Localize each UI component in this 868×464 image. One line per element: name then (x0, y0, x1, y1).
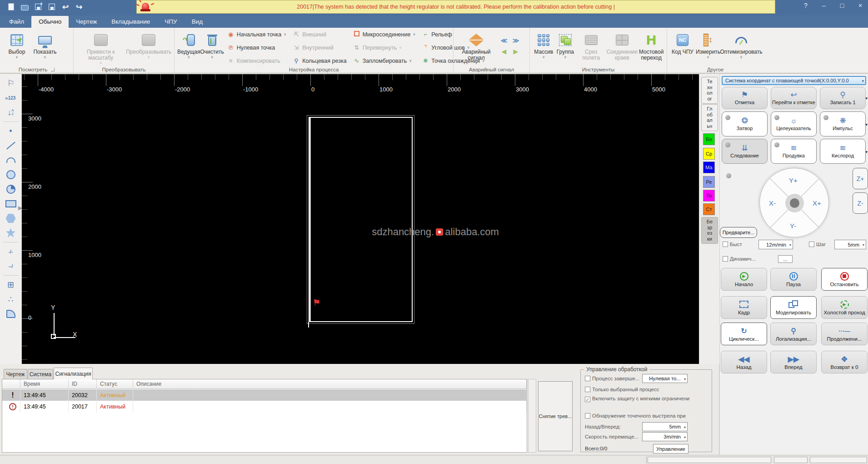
alarm-scrollbar[interactable] (528, 379, 536, 453)
tab-alarms[interactable]: Сигнализация (54, 368, 93, 379)
dry-run-button[interactable]: ▶Холостой проход (821, 296, 868, 319)
blow-button[interactable]: ≋Продувка (771, 139, 817, 164)
z-minus-button[interactable]: Z- (853, 192, 868, 214)
step-forward-button[interactable]: ▶ (514, 48, 519, 55)
line-tool-icon[interactable] (4, 139, 18, 152)
clear-button[interactable]: Очистить∨ (200, 30, 224, 59)
pulse-dropdown-icon[interactable]: ▾ (865, 122, 868, 127)
micro-joint-item[interactable]: Микросоединение∨ (353, 31, 416, 38)
extend-tool-icon[interactable]: --/ (4, 260, 18, 272)
jog-y-minus[interactable]: Y- (790, 222, 796, 230)
menu-tab-common[interactable]: Обычно (31, 16, 69, 28)
rectangle-tool-icon[interactable] (4, 197, 18, 210)
return-zero-button[interactable]: ✥Возврат к 0 (821, 351, 868, 373)
dynamic-checkbox[interactable]: Динамич... (723, 256, 756, 262)
pulse-button[interactable]: ❋Импульс (820, 111, 866, 136)
move-speed-select[interactable]: 3m/min▾ (642, 432, 688, 441)
fast-speed-select[interactable]: 12m/min▾ (758, 240, 793, 249)
help-button[interactable]: ? (802, 2, 810, 9)
region-tool-icon[interactable] (4, 308, 18, 320)
pie-tool-icon[interactable] (4, 183, 18, 196)
save-as-icon[interactable] (34, 2, 43, 11)
save-icon[interactable] (47, 2, 56, 11)
arc-tool-icon[interactable] (4, 154, 18, 166)
pause-button[interactable]: Пауза (770, 268, 817, 291)
shutter-button[interactable]: ❂Затвор (722, 111, 768, 136)
layer-color-4[interactable]: Ре (703, 176, 715, 188)
drawing-canvas[interactable]: -4000 -3000 -2000 -1000 0 1000 2000 3000… (22, 74, 699, 364)
measure-button[interactable]: ↕ Измерить∨ (695, 30, 721, 59)
forward-button[interactable]: ▶▶Вперед (770, 351, 817, 373)
ring-cut-item[interactable]: ⚲Кольцевая резка (293, 57, 347, 64)
new-file-icon[interactable] (6, 2, 15, 11)
shot-detect-checkbox[interactable]: Обнаружение точечного выстрела при (585, 413, 686, 419)
oxygen-dropdown-icon[interactable]: ▾ (865, 150, 868, 154)
alarm-row[interactable]: ! 13:49:45 20017 Активный (2, 401, 527, 412)
frame-button[interactable]: Кадр (721, 296, 767, 319)
lead-button[interactable]: ↷ Ведущая∨ (177, 30, 200, 59)
menu-tab-cnc[interactable]: ЧПУ (157, 16, 184, 28)
continue-button[interactable]: ⋯—Продолжени... (821, 323, 868, 345)
flip-item[interactable]: ⇅Перевернуть∨ (353, 44, 416, 51)
soft-limit-checkbox[interactable]: ✓Включить защиту с мягкими ограничени (585, 396, 689, 402)
tab-drawing[interactable]: Чертеж (4, 369, 27, 379)
back-button[interactable]: ◀◀Назад (721, 351, 767, 373)
fly-cut-button[interactable]: Срез полета (576, 30, 606, 61)
zero-point-item[interactable]: ℗Нулевая точка (227, 44, 286, 51)
jog-wheel[interactable]: Y+ Y- X- X+ (759, 168, 829, 237)
select-button[interactable]: ➤ Выбор∨ (3, 30, 31, 59)
simulate-button[interactable]: Моделировать (770, 296, 817, 319)
alarm-signal-button[interactable]: Аварийный сигнал∨ (456, 30, 496, 65)
skip-forward-button[interactable]: ≫ (513, 37, 519, 44)
finish-action-select[interactable]: Нулевая то...▾ (642, 374, 688, 383)
follow-button[interactable]: ⇊Следование (722, 139, 768, 164)
menu-tab-view[interactable]: Вид (185, 16, 210, 28)
column-description[interactable]: Описание (133, 379, 527, 389)
step-checkbox[interactable]: Шаг (809, 242, 826, 247)
layer-color-2[interactable]: Ср (703, 148, 715, 160)
no-cut-button[interactable]: Бе зр ез ки (701, 217, 718, 244)
technology-button[interactable]: Те хн ол ог (701, 77, 718, 104)
layer-color-6[interactable]: Ст (703, 203, 715, 215)
minimize-button[interactable]: – (820, 2, 828, 9)
goto-mark-button[interactable]: ↩Перейти к отметке (771, 87, 817, 109)
layer-color-3[interactable]: Ма (703, 161, 715, 173)
sort-az-icon[interactable]: ↓AZ (4, 106, 18, 119)
column-id[interactable]: ID (69, 379, 97, 389)
compensate-item[interactable]: ≡Компенсировать (227, 57, 286, 64)
more-button[interactable]: ... (778, 255, 793, 263)
show-button[interactable]: Показать∨ (31, 30, 59, 59)
pointer-button[interactable]: ☼Целеуказатель (771, 111, 817, 136)
menu-tab-nesting[interactable]: Вкладывание (104, 16, 157, 28)
inner-item[interactable]: ⇲Внутренний (293, 44, 347, 51)
coordinate-system-dropdown[interactable]: Система координат с плавающей точкой(X:0… (722, 76, 866, 85)
clear-alarm-button[interactable]: Снятие трев... (538, 381, 573, 451)
array-button[interactable]: Массив∨ (533, 30, 555, 59)
record-dropdown-icon[interactable]: ▾ (865, 96, 868, 101)
selected-only-checkbox[interactable]: Только выбранный процесс (585, 387, 659, 392)
scale-button[interactable]: Привести к масштабу∨ (76, 30, 125, 65)
menu-tab-drawing[interactable]: Чертеж (69, 16, 104, 28)
close-button[interactable]: × (856, 2, 864, 9)
alarm-row[interactable]: ! 13:49:45 20032 Активный (2, 389, 527, 401)
fast-checkbox[interactable]: Быст (723, 242, 742, 247)
menu-tab-file[interactable]: Файл (2, 16, 31, 28)
redo-icon[interactable]: ↪ (75, 2, 84, 11)
column-status[interactable]: Статус (97, 379, 133, 389)
process-finish-checkbox[interactable]: Процесс заверше... (585, 376, 639, 381)
point-tool-icon[interactable]: • (4, 125, 18, 137)
oxygen-button[interactable]: ≋Кислород (820, 139, 866, 164)
group-button[interactable]: Группа∨ (555, 30, 576, 59)
nc-code-button[interactable]: NC Код ЧПУ (670, 30, 695, 55)
jog-x-plus[interactable]: X+ (813, 199, 821, 207)
start-point-item[interactable]: ◉Начальная точка∨ (227, 31, 286, 38)
combine-tool-icon[interactable]: ⊞ (4, 278, 18, 291)
edge-join-button[interactable]: Соединение краев (606, 30, 638, 61)
seal-item[interactable]: ∿Запломбировать∨ (353, 57, 416, 64)
tab-system[interactable]: Система (28, 369, 53, 379)
step-back-button[interactable]: ◀ (502, 48, 507, 55)
cycle-button[interactable]: ↻Циклическ... (721, 323, 767, 345)
polygon-tool-icon[interactable] (4, 212, 18, 225)
record-button[interactable]: ⚲Записать 1 (820, 87, 866, 109)
numbering-icon[interactable]: ▹123 (4, 91, 18, 104)
